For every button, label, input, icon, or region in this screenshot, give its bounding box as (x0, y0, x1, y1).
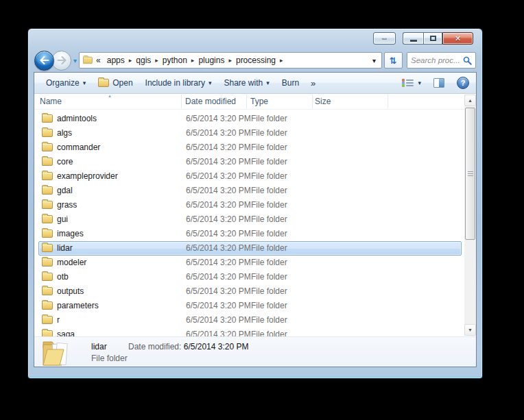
file-name: exampleprovider (57, 170, 118, 183)
folder-icon (42, 230, 53, 238)
details-date-label: Date modified: (128, 342, 181, 351)
chevron-down-icon: ▾ (418, 79, 421, 86)
sort-ascending-icon: ▲ (108, 94, 112, 98)
file-row[interactable]: admintools 6/5/2014 3:20 PM File folder (38, 112, 462, 126)
file-name: core (57, 156, 73, 169)
file-list-area: ▲ Name Date modified Type Size admintool… (34, 94, 476, 336)
file-row[interactable]: parameters 6/5/2014 3:20 PM File folder (38, 299, 462, 313)
refresh-button[interactable]: ⇄ (384, 52, 403, 69)
scrollbar-thumb[interactable] (465, 108, 475, 240)
caption-buttons: ⇔ ✕ (373, 32, 473, 45)
folder-icon (42, 273, 53, 281)
help-button[interactable]: ? (451, 75, 471, 91)
file-type: File folder (251, 242, 287, 255)
column-divider[interactable] (312, 95, 313, 108)
file-row[interactable]: lidar 6/5/2014 3:20 PM File folder (38, 241, 462, 256)
column-divider[interactable] (246, 95, 247, 108)
column-header-name[interactable]: Name (40, 94, 62, 109)
breadcrumb-item[interactable]: processing (233, 55, 279, 65)
toolbar-overflow-button[interactable]: » (305, 78, 321, 88)
column-header-row: ▲ Name Date modified Type Size (34, 94, 476, 110)
forward-button[interactable] (51, 51, 71, 71)
folder-icon (42, 158, 53, 166)
file-row[interactable]: grass 6/5/2014 3:20 PM File folder (38, 198, 462, 212)
open-button[interactable]: Open (92, 75, 139, 91)
file-type: File folder (251, 184, 287, 197)
breadcrumb-item[interactable]: apps (104, 55, 128, 65)
search-placeholder: Search proc... (411, 56, 463, 64)
breadcrumb-overflow[interactable]: « (93, 55, 104, 65)
file-row[interactable]: r 6/5/2014 3:20 PM File folder (38, 313, 462, 328)
swap-arrows-icon: ⇔ (381, 34, 389, 42)
back-button[interactable] (34, 51, 54, 71)
file-date: 6/5/2014 3:20 PM (186, 199, 251, 212)
folder-icon (42, 258, 53, 267)
breadcrumb-item[interactable]: qgis (132, 55, 154, 65)
scroll-down-button[interactable]: ▼ (464, 324, 476, 336)
file-row[interactable]: core 6/5/2014 3:20 PM File folder (38, 155, 462, 169)
search-icon (463, 56, 472, 65)
search-box[interactable]: Search proc... (407, 52, 476, 69)
open-folder-icon (98, 79, 109, 87)
breadcrumb-item[interactable]: plugins (195, 55, 228, 65)
breadcrumb-item[interactable]: python (159, 55, 191, 65)
command-bar: Organize ▾ Open Include in library ▾ Sha… (34, 73, 476, 94)
minimize-button[interactable] (403, 32, 423, 45)
file-date: 6/5/2014 3:20 PM (186, 299, 251, 312)
file-date: 6/5/2014 3:20 PM (186, 314, 251, 327)
file-date: 6/5/2014 3:20 PM (186, 141, 251, 154)
file-name: admintools (57, 112, 97, 125)
column-divider[interactable] (388, 95, 388, 108)
file-type: File folder (251, 299, 287, 312)
burn-button[interactable]: Burn (276, 75, 305, 91)
maximize-button[interactable] (423, 32, 442, 45)
folder-icon (42, 330, 53, 336)
file-row[interactable]: images 6/5/2014 3:20 PM File folder (38, 227, 462, 241)
file-date: 6/5/2014 3:20 PM (186, 112, 251, 125)
details-file-type: File folder (91, 354, 128, 363)
file-row[interactable]: outputs 6/5/2014 3:20 PM File folder (38, 284, 462, 299)
recent-pages-dropdown-icon[interactable]: ▾ (73, 57, 77, 64)
swap-arrows-button[interactable]: ⇔ (373, 32, 396, 45)
file-row[interactable]: gui 6/5/2014 3:20 PM File folder (38, 212, 462, 227)
folder-icon (42, 143, 53, 151)
scroll-up-icon: ▲ (468, 98, 473, 103)
maximize-icon (430, 36, 436, 41)
file-date: 6/5/2014 3:20 PM (186, 242, 251, 255)
address-dropdown-icon[interactable]: ▾ (370, 57, 379, 64)
file-date: 6/5/2014 3:20 PM (186, 170, 251, 183)
breadcrumb-separator-icon[interactable]: ▸ (279, 57, 284, 64)
scroll-up-button[interactable]: ▲ (464, 95, 476, 106)
share-with-button[interactable]: Share with ▾ (218, 75, 276, 91)
file-row[interactable]: otb 6/5/2014 3:20 PM File folder (38, 270, 462, 284)
chevron-down-icon: ▾ (83, 79, 86, 86)
file-type: File folder (251, 170, 287, 183)
column-header-size[interactable]: Size (315, 94, 331, 109)
folder-icon (42, 215, 53, 223)
file-row[interactable]: saga 6/5/2014 3:20 PM File folder (38, 328, 462, 336)
file-row[interactable]: modeler 6/5/2014 3:20 PM File folder (38, 256, 462, 270)
include-in-library-button[interactable]: Include in library ▾ (139, 75, 218, 91)
file-type: File folder (251, 256, 287, 269)
file-row[interactable]: exampleprovider 6/5/2014 3:20 PM File fo… (38, 169, 462, 184)
file-row[interactable]: commander 6/5/2014 3:20 PM File folder (38, 140, 462, 155)
file-date: 6/5/2014 3:20 PM (186, 127, 251, 140)
refresh-icon: ⇄ (389, 57, 398, 64)
column-header-type[interactable]: Type (250, 94, 268, 109)
file-row[interactable]: gdal 6/5/2014 3:20 PM File folder (38, 184, 462, 198)
organize-button[interactable]: Organize ▾ (40, 75, 92, 91)
file-type: File folder (251, 314, 287, 327)
file-name: outputs (57, 285, 84, 298)
folder-icon (42, 186, 53, 195)
help-icon: ? (457, 77, 469, 89)
file-row[interactable]: algs 6/5/2014 3:20 PM File folder (38, 126, 462, 140)
preview-pane-button[interactable] (427, 75, 451, 91)
file-date: 6/5/2014 3:20 PM (186, 156, 251, 169)
address-bar[interactable]: « apps▸qgis▸python▸plugins▸processing▸ ▾ (79, 52, 382, 69)
close-button[interactable]: ✕ (442, 32, 473, 45)
vertical-scrollbar[interactable]: ▲ ▼ (464, 95, 476, 336)
column-divider[interactable] (181, 95, 182, 108)
folder-icon (42, 244, 53, 252)
column-header-date[interactable]: Date modified (185, 94, 236, 109)
change-view-button[interactable]: ▾ (396, 75, 427, 91)
